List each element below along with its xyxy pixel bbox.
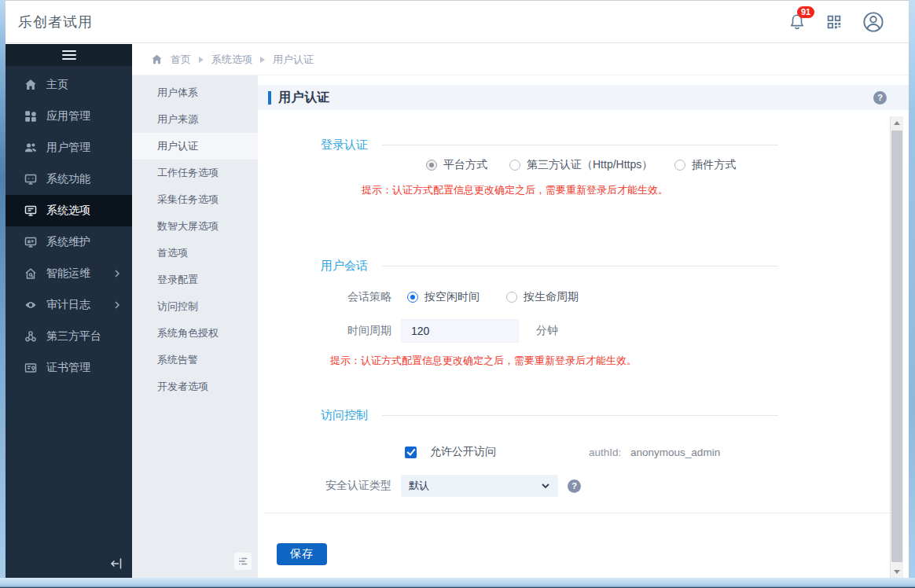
sidebar-item-user-management[interactable]: 用户管理 — [6, 132, 132, 164]
section-title: 用户会话 — [321, 259, 368, 274]
horizontal-scrollbar[interactable] — [0, 578, 915, 588]
chevron-right-icon — [113, 301, 121, 309]
section-login-auth: 登录认证 — [321, 134, 778, 156]
submenu-item-login-config[interactable]: 登录配置 — [132, 266, 258, 293]
sidebar-item-audit-log[interactable]: 审计日志 — [6, 289, 132, 321]
scrollbar-down-arrow[interactable] — [891, 565, 903, 578]
section-title: 登录认证 — [321, 138, 368, 153]
vertical-scrollbar-thumb[interactable] — [891, 130, 902, 562]
save-button[interactable]: 保存 — [277, 543, 327, 565]
users-icon — [24, 141, 37, 154]
public-access-label: 允许公开访问 — [430, 445, 496, 459]
window-top-edge — [0, 0, 915, 1]
collapse-left-icon — [108, 556, 124, 571]
public-access-checkbox[interactable]: 允许公开访问 — [405, 445, 496, 459]
radio-lifecycle[interactable]: 按生命周期 — [506, 290, 579, 304]
radio-platform-mode[interactable]: 平台方式 — [426, 158, 487, 172]
radio-unselected-icon — [506, 292, 517, 303]
breadcrumb-item-system-options[interactable]: 系统选项 — [211, 53, 252, 67]
page-help-icon[interactable] — [873, 91, 887, 105]
submenu-item-user-source[interactable]: 用户来源 — [132, 106, 258, 133]
radio-idle-time[interactable]: 按空闲时间 — [407, 290, 480, 304]
submenu-item-developer-options[interactable]: 开发者选项 — [132, 373, 258, 400]
checkbox-checked-icon — [405, 447, 417, 458]
sidebar-item-certificate-management[interactable]: 证书管理 — [6, 352, 132, 384]
sidebar-item-smart-ops[interactable]: 智能运维 — [6, 258, 132, 289]
smart-ops-icon — [24, 267, 37, 280]
auth-id-value: anonymous_admin — [630, 447, 720, 458]
top-header: 乐创者试用 91 — [6, 1, 909, 43]
sidebar-item-third-party[interactable]: 第三方平台 — [6, 321, 132, 352]
radio-unselected-icon — [674, 160, 685, 171]
page-title: 用户认证 — [278, 90, 330, 106]
submenu-item-bigscreen-options[interactable]: 数智大屏选项 — [132, 213, 258, 240]
app-title: 乐创者试用 — [18, 13, 93, 31]
security-type-row: 安全认证类型 默认 — [258, 475, 581, 497]
radio-plugin-mode[interactable]: 插件方式 — [674, 158, 736, 172]
session-policy-label: 会话策略 — [258, 290, 391, 304]
public-access-row: 允许公开访问 authId: anonymous_admin — [405, 441, 720, 463]
submenu-item-work-task-options[interactable]: 工作任务选项 — [132, 160, 258, 186]
sidebar-item-app-management[interactable]: 应用管理 — [6, 101, 132, 132]
chevron-right-icon — [113, 270, 121, 277]
main-sidebar: 主页 应用管理 用户管理 系统功能 系统选项 系统维护 — [6, 44, 132, 578]
notifications-button[interactable]: 91 — [788, 13, 807, 31]
audit-log-icon — [24, 299, 37, 311]
certificate-icon — [24, 362, 37, 374]
page-title-bar: 用户认证 — [258, 85, 909, 110]
submenu-item-role-authorization[interactable]: 系统角色授权 — [132, 320, 258, 347]
time-period-input[interactable] — [401, 319, 519, 343]
breadcrumb-item-current: 用户认证 — [273, 53, 314, 67]
window-frame-left — [0, 0, 6, 588]
submenu-item-system-alerts[interactable]: 系统告警 — [132, 347, 258, 373]
user-avatar-button[interactable] — [862, 10, 885, 34]
time-period-row: 时间周期 分钟 — [258, 319, 558, 343]
submenu-item-preferences[interactable]: 首选项 — [132, 240, 258, 266]
apps-icon — [24, 110, 37, 123]
vertical-scrollbar[interactable] — [890, 116, 903, 578]
collapse-sidebar-button[interactable] — [108, 556, 124, 571]
system-functions-icon — [24, 173, 37, 186]
sidebar-item-system-maintenance[interactable]: 系统维护 — [6, 226, 132, 258]
security-type-help-icon[interactable] — [568, 480, 581, 493]
radio-selected-icon — [426, 160, 437, 171]
section-divider — [382, 145, 778, 145]
sub-sidebar: 用户体系 用户来源 用户认证 工作任务选项 采集任务选项 数智大屏选项 首选项 … — [132, 75, 258, 578]
hamburger-icon — [62, 50, 76, 52]
section-user-session: 用户会话 — [321, 255, 778, 277]
system-options-icon — [24, 204, 37, 217]
submenu-item-user-system[interactable]: 用户体系 — [132, 79, 258, 106]
scrollbar-up-arrow[interactable] — [891, 116, 903, 129]
sidebar-item-home[interactable]: 主页 — [6, 69, 132, 101]
auth-id-label: authId: — [589, 447, 621, 458]
session-policy-row: 会话策略 按空闲时间 按生命周期 — [258, 286, 579, 308]
app-window: 乐创者试用 91 — [6, 1, 909, 578]
submenu-collapse-button[interactable] — [234, 553, 252, 570]
qr-code-button[interactable] — [825, 13, 843, 31]
submenu-item-access-control[interactable]: 访问控制 — [132, 293, 258, 320]
window-frame-right — [909, 0, 915, 588]
submenu-item-user-auth[interactable]: 用户认证 — [132, 133, 258, 160]
section-divider — [382, 415, 778, 416]
section-access-control: 访问控制 — [321, 404, 778, 426]
content-divider — [264, 513, 899, 513]
user-avatar-icon — [862, 10, 885, 34]
submenu-item-collect-task-options[interactable]: 采集任务选项 — [132, 186, 258, 213]
radio-unselected-icon — [509, 160, 520, 171]
breadcrumb-item-home[interactable]: 首页 — [171, 53, 191, 67]
sidebar-menu-toggle[interactable] — [6, 44, 132, 66]
security-type-value: 默认 — [409, 479, 429, 493]
sidebar-item-system-options[interactable]: 系统选项 — [6, 195, 132, 226]
time-period-unit: 分钟 — [536, 324, 558, 338]
radio-third-party-auth[interactable]: 第三方认证（Http/Https） — [509, 158, 652, 172]
main-content: 用户认证 登录认证 平台方式 第三方认证（Http/Https） — [258, 75, 909, 578]
breadcrumb-home-icon — [151, 53, 163, 65]
security-type-select[interactable]: 默认 — [401, 475, 558, 497]
radio-selected-icon — [407, 292, 418, 303]
auth-id: authId: anonymous_admin — [589, 447, 720, 458]
section-title: 访问控制 — [321, 408, 368, 423]
title-accent-bar — [268, 91, 271, 105]
login-auth-options: 平台方式 第三方认证（Http/Https） 插件方式 — [426, 154, 736, 176]
breadcrumb-separator-icon — [199, 57, 204, 63]
sidebar-item-system-functions[interactable]: 系统功能 — [6, 164, 132, 195]
